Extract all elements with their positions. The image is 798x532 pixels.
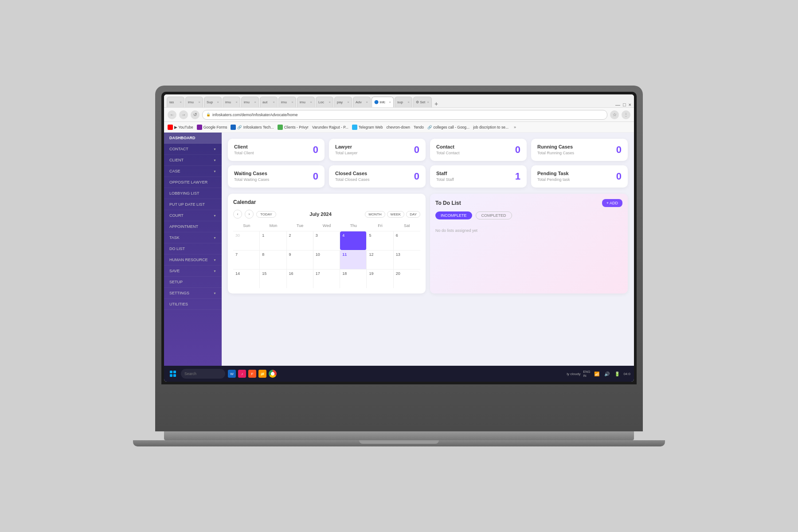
taskbar-language-icon: ENGIN [583,370,591,378]
taskbar-volume-icon[interactable]: 🔊 [603,370,611,378]
calendar-cell[interactable]: 2 [287,231,313,250]
taskbar-app-icon[interactable]: W [228,370,236,378]
browser-tab[interactable]: imu× [278,97,296,107]
close-button[interactable]: × [629,102,631,107]
calendar-month-view[interactable]: MONTH [365,211,385,218]
browser-tab[interactable]: Loc× [316,97,333,107]
calendar-today-button[interactable]: TODAY [256,211,276,218]
sidebar-item-task[interactable]: TASK ▼ [164,232,222,243]
calendar-week-view[interactable]: WEEK [387,211,405,218]
browser-tab[interactable]: imu× [297,97,315,107]
browser-tab[interactable]: sup× [395,97,412,107]
bookmark-google-forms[interactable]: Google Forms [197,125,227,130]
chevron-icon: ▼ [213,159,216,162]
bookmark-tendo[interactable]: Tendo [414,125,424,129]
bookmark-infoskaters[interactable]: 🔗 Infoskaters Tech... [231,125,274,130]
bookmark-varundev[interactable]: Varundev Rajput - P... [312,125,348,129]
maximize-button[interactable]: □ [623,102,626,107]
calendar-cell[interactable]: 10 [313,250,340,269]
bookmark-telegram[interactable]: Telegram Web [352,125,383,130]
minimize-button[interactable]: — [615,102,620,107]
browser-tab[interactable]: aut× [260,97,278,107]
calendar-cell[interactable]: 8 [260,250,286,269]
taskbar-app-icon[interactable]: F [248,370,256,378]
browser-tab[interactable]: imu× [185,97,203,107]
sidebar-item-court[interactable]: COURT ▼ [164,210,222,221]
sidebar-item-setup[interactable]: SETUP [164,277,222,288]
taskbar-wifi-icon[interactable]: 📶 [593,370,601,378]
browser-tab[interactable]: Sup× [204,97,222,107]
bookmark-chevron[interactable]: chevron-down [387,125,410,129]
calendar-cell[interactable]: 12 [367,250,393,269]
new-tab-button[interactable]: + [434,100,438,107]
browser-tab[interactable]: imu× [241,97,259,107]
start-button[interactable] [168,368,178,379]
calendar-day-view[interactable]: DAY [406,211,420,218]
more-bookmarks[interactable]: » [514,125,516,129]
extensions-button[interactable]: ⋮ [622,110,630,119]
star-button[interactable]: ☆ [610,110,619,119]
bookmark-colleges[interactable]: 🔗 colleges call - Goog... [427,125,469,129]
back-button[interactable]: ← [168,110,176,119]
calendar-cell[interactable]: 18 [340,270,367,288]
stat-card-client: Client Total Client 0 [228,139,325,161]
sidebar-item-contact[interactable]: CONTACT ▼ [164,144,222,155]
todo-incomplete-filter[interactable]: INCOMPLETE [435,211,472,219]
taskbar-search-input[interactable] [181,369,225,379]
sidebar-item-putupdate[interactable]: PUT UP DATE LIST [164,199,222,210]
calendar-cell[interactable]: 17 [313,270,340,288]
sidebar-item-hr[interactable]: HUMAN RESOURCE ▼ [164,254,222,266]
calendar-cell[interactable]: 7 [233,250,260,269]
calendar-cell[interactable]: 5 [367,231,393,250]
browser-tab[interactable]: Adv× [353,97,371,107]
calendar-cell[interactable]: 16 [287,270,313,288]
browser-tab[interactable]: imu× [223,97,240,107]
sidebar-item-save[interactable]: SAVE ▼ [164,266,222,277]
calendar-cell[interactable]: 11 [340,250,367,269]
todo-completed-filter[interactable]: COMPLETED [476,211,512,219]
calendar-next-button[interactable]: › [245,210,254,219]
refresh-button[interactable]: ↺ [191,110,200,119]
url-bar[interactable]: 🔒 infoskaters.com/demo/InfoskaterAdvocat… [202,110,607,120]
calendar-cell[interactable]: 13 [394,250,420,269]
calendar-cell[interactable]: 19 [367,270,393,288]
bookmark-job[interactable]: job discription to se... [473,125,509,129]
sidebar-item-client[interactable]: CLIENT ▼ [164,155,222,166]
calendar-cell[interactable]: 6 [394,231,420,250]
sidebar-item-utilities[interactable]: UTILITIES [164,299,222,310]
bookmark-clients[interactable]: Clients - Privyr [278,125,309,130]
calendar-cell-today[interactable]: 4 [340,231,367,250]
todo-filter-row: INCOMPLETE COMPLETED [435,211,622,219]
calendar-cell[interactable]: 1 [260,231,286,250]
taskbar-app-icon[interactable]: 📁 [258,370,266,378]
browser-tab[interactable]: pay× [334,97,352,107]
todo-add-button[interactable]: + ADD [602,199,622,207]
calendar-cell[interactable]: 15 [260,270,286,288]
sidebar-item-settings[interactable]: SETTINGS ▼ [164,288,222,299]
calendar-cell[interactable]: 9 [287,250,313,269]
main-content: Client Total Client 0 Lawyer Total Lawye… [222,133,634,366]
bookmark-youtube[interactable]: ▶ YouTube [168,125,193,130]
browser-tab[interactable]: ⚙ Set× [413,97,432,107]
sidebar-item-case[interactable]: CASE ▼ [164,166,222,177]
calendar-cell[interactable]: 20 [394,270,420,288]
chevron-icon: ▼ [213,148,216,151]
browser-window-controls: — □ × [615,102,631,107]
calendar-prev-button[interactable]: ‹ [233,210,242,219]
forward-button[interactable]: → [179,110,188,119]
calendar-cell[interactable]: 30 [233,231,260,250]
browser-tab[interactable]: ias× [167,97,184,107]
taskbar-chrome-icon[interactable] [269,370,277,378]
browser-tab-active[interactable]: 🔵 Infc× [372,97,394,107]
stat-card-contact: Contact Total Contact 0 [430,139,527,161]
taskbar-app-icon[interactable]: ♪ [238,370,246,378]
sidebar-item-dolist[interactable]: DO LIST [164,243,222,254]
calendar-cell[interactable]: 14 [233,270,260,288]
screen-bezel: ias× imu× Sup× imu× imu× aut× [161,92,637,384]
sidebar-item-dashboard[interactable]: DASHBOARD [164,133,222,144]
sidebar-item-opposite-lawyer[interactable]: OPPOSITE LAWYER [164,177,222,188]
sidebar-item-appointment[interactable]: APPOINTMENT [164,221,222,232]
calendar-cell[interactable]: 3 [313,231,340,250]
taskbar-system-tray: ly cloudy ENGIN 📶 🔊 🔋 04:0 [567,370,630,378]
sidebar-item-lobbying[interactable]: LOBBYING LIST [164,188,222,199]
